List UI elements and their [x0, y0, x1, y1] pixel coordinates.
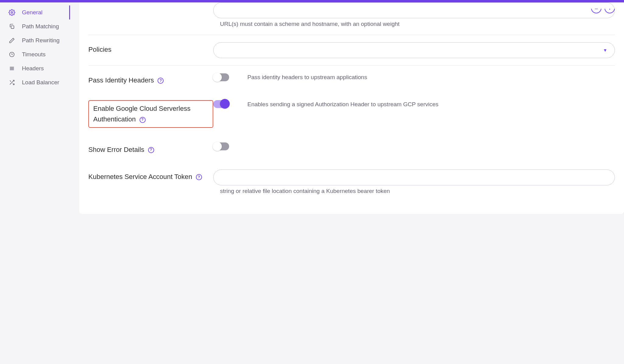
toggle-knob — [220, 99, 230, 109]
policies-select[interactable]: ▼ — [213, 42, 615, 58]
url-hint: URL(s) must contain a scheme and hostnam… — [220, 21, 615, 27]
row-error-details: Show Error Details ? — [88, 135, 615, 162]
url-label-col — [88, 2, 213, 4]
gcp-control: Enables sending a signed Authorization H… — [213, 100, 615, 109]
k8s-token-input[interactable] — [213, 170, 615, 185]
policies-label: Policies — [88, 42, 213, 55]
pass-identity-toggle[interactable] — [213, 73, 229, 81]
main-panel: URL(s) must contain a scheme and hostnam… — [79, 2, 624, 214]
error-details-label: Show Error Details — [88, 146, 144, 153]
shuffle-icon — [9, 79, 15, 86]
row-url: URL(s) must contain a scheme and hostnam… — [88, 2, 615, 35]
k8s-label-col: Kubernetes Service Account Token ? — [88, 170, 213, 182]
sidebar-item-label: Load Balancer — [22, 79, 59, 86]
pencil-icon — [9, 37, 15, 44]
url-control-col: URL(s) must contain a scheme and hostnam… — [213, 2, 615, 27]
help-icon[interactable]: ? — [148, 147, 154, 153]
sidebar-item-path-rewriting[interactable]: Path Rewriting — [0, 33, 79, 47]
error-details-label-col: Show Error Details ? — [88, 142, 213, 155]
gcp-highlight: Enable Google Cloud Serverless Authentic… — [88, 100, 213, 128]
remove-button[interactable]: – — [591, 3, 601, 13]
sidebar-item-label: Path Matching — [22, 23, 59, 30]
sidebar-item-general[interactable]: General — [0, 5, 79, 19]
row-k8s-token: Kubernetes Service Account Token ? strin… — [88, 162, 615, 202]
top-action-buttons: – + — [591, 3, 615, 13]
k8s-control-col: string or relative file location contain… — [213, 170, 615, 194]
help-icon[interactable]: ? — [158, 78, 164, 84]
help-icon[interactable]: ? — [140, 117, 146, 123]
error-details-control — [213, 142, 615, 150]
sidebar-item-timeouts[interactable]: Timeouts — [0, 47, 79, 61]
pass-identity-desc: Pass identity headers to upstream applic… — [247, 73, 367, 82]
row-gcp-auth: Enable Google Cloud Serverless Authentic… — [88, 93, 615, 135]
list-icon — [9, 65, 15, 72]
gear-icon — [9, 9, 15, 16]
pass-identity-label-col: Pass Identity Headers ? — [88, 73, 213, 86]
toggle-knob — [213, 73, 222, 82]
gcp-auth-toggle[interactable] — [213, 100, 229, 108]
pass-identity-label: Pass Identity Headers — [88, 76, 154, 84]
row-policies: Policies ▼ — [88, 35, 615, 66]
svg-rect-1 — [11, 26, 14, 29]
error-details-toggle[interactable] — [213, 142, 229, 150]
clock-icon — [9, 51, 15, 58]
row-pass-identity: Pass Identity Headers ? Pass identity he… — [88, 66, 615, 93]
sidebar-item-label: Headers — [22, 65, 44, 72]
k8s-hint: string or relative file location contain… — [220, 188, 615, 194]
pass-identity-control: Pass identity headers to upstream applic… — [213, 73, 615, 82]
sidebar-item-label: Timeouts — [22, 51, 45, 58]
chevron-down-icon: ▼ — [603, 48, 607, 53]
k8s-label: Kubernetes Service Account Token — [88, 173, 192, 180]
gcp-desc: Enables sending a signed Authorization H… — [247, 100, 615, 109]
sidebar-item-load-balancer[interactable]: Load Balancer — [0, 75, 79, 89]
sidebar-item-headers[interactable]: Headers — [0, 61, 79, 75]
sidebar-item-path-matching[interactable]: Path Matching — [0, 19, 79, 33]
top-accent-bar — [0, 0, 624, 2]
copy-icon — [9, 23, 15, 30]
svg-point-0 — [11, 12, 13, 13]
help-icon[interactable]: ? — [196, 174, 202, 180]
add-button[interactable]: + — [604, 3, 615, 13]
policies-control-col: ▼ — [213, 42, 615, 58]
sidebar-item-label: General — [22, 9, 43, 16]
sidebar-item-label: Path Rewriting — [22, 37, 60, 44]
gcp-label-col: Enable Google Cloud Serverless Authentic… — [88, 100, 213, 128]
toggle-knob — [213, 142, 222, 151]
settings-sidebar: General Path Matching Path Rewriting Tim… — [0, 2, 79, 220]
page-container: General Path Matching Path Rewriting Tim… — [0, 2, 624, 220]
url-input[interactable] — [213, 2, 615, 18]
main-wrap: – + URL(s) must contain a scheme and hos… — [79, 2, 624, 220]
